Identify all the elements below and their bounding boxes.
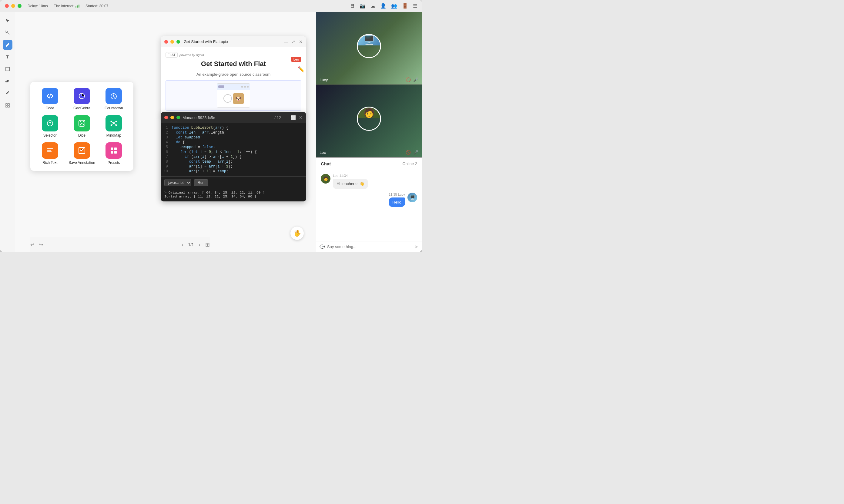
menu-icon[interactable]: ☰ — [413, 3, 417, 9]
svg-rect-0 — [6, 31, 7, 32]
leo-name: Leo — [320, 150, 326, 155]
output-line-1: > Original array: [ 64, 34, 25, 12, 22, … — [164, 191, 303, 195]
svg-point-13 — [80, 124, 81, 125]
chat-panel: Chat Online 2 🧑 Leo 11:34 Hi teacher～ 👋 — [316, 158, 422, 252]
chat-messages: 🧑 Leo 11:34 Hi teacher～ 👋 🖥️ — [316, 170, 422, 241]
main-window: Delay: 10ms The internet: Started: 30:07… — [0, 0, 422, 252]
add-slide-button[interactable]: ⊞ — [205, 241, 210, 248]
plugin-selector-label: Selector — [44, 133, 57, 138]
leo-mic-icon[interactable]: 🎤 — [413, 150, 418, 155]
cloud-icon[interactable]: ☁ — [371, 3, 375, 9]
leo-msg-bubble: Hi teacher～ 👋 — [333, 179, 368, 189]
leo-controls: 🚫 🎤 — [406, 150, 418, 155]
svg-point-15 — [81, 123, 83, 124]
chat-input-area: 💬 ➤ — [316, 241, 422, 252]
code-body: 1function bubbleSort(arr) { 2 const len … — [161, 123, 306, 176]
fullscreen-button[interactable] — [18, 4, 21, 8]
grid-tool[interactable] — [3, 101, 13, 110]
svg-point-11 — [80, 121, 81, 122]
exit-icon[interactable]: 🚪 — [402, 3, 408, 9]
svg-rect-28 — [111, 151, 113, 154]
pres-slide-title: Get Started with Flat — [166, 60, 302, 68]
titlebar: Delay: 10ms The internet: Started: 30:07… — [0, 0, 422, 12]
code-output: > Original array: [ 64, 34, 25, 12, 22, … — [161, 189, 306, 201]
lucy-msg-bubble: Hello — [389, 197, 405, 207]
svg-line-23 — [111, 123, 114, 125]
pres-min-btn[interactable] — [170, 40, 174, 43]
leo-mute-icon[interactable]: 🚫 — [406, 150, 411, 155]
plugin-countdown-label: Countdown — [105, 106, 123, 110]
select-tool[interactable] — [3, 28, 13, 38]
presentation-window: Get Started with Flat.pptx — ⤢ ✕ FLAT po… — [161, 36, 306, 116]
left-toolbar: T — [0, 12, 15, 252]
delay-label: Delay: 10ms — [28, 4, 48, 8]
plugin-countdown[interactable]: Countdown — [100, 88, 127, 110]
pres-close-btn[interactable] — [164, 40, 168, 43]
pres-resize-icon[interactable]: ⤢ — [292, 39, 295, 44]
user-icon[interactable]: 👤 — [380, 3, 386, 9]
code-max-btn[interactable] — [176, 116, 180, 119]
plugin-selector[interactable]: ? Selector — [36, 115, 63, 138]
internet-indicator: The internet: — [54, 4, 80, 8]
close-button[interactable] — [5, 4, 9, 8]
prev-page-button[interactable]: ‹ — [182, 242, 183, 248]
plugin-save-annotation[interactable]: Save Annotation — [68, 142, 95, 165]
lucy-mic-icon[interactable]: 🎤 — [413, 77, 418, 82]
hand-raise-button[interactable]: 🖐 — [290, 227, 304, 240]
code-window: Monaco-5923dc5e / 12 — ⬜ ✕ 1function bub… — [161, 112, 306, 201]
plugin-dice-label: Dice — [78, 133, 86, 138]
shape-tool[interactable] — [3, 64, 13, 74]
code-footer: javascript python java Run — [161, 176, 306, 189]
language-select[interactable]: javascript python java — [164, 179, 191, 186]
screen-share-icon[interactable]: 🖥 — [350, 3, 355, 9]
code-expand-icon[interactable]: ⬜ — [291, 115, 296, 120]
code-minimize-icon[interactable]: — — [283, 115, 288, 120]
plugin-code[interactable]: Code — [36, 88, 63, 110]
pres-max-btn[interactable] — [176, 40, 180, 43]
chat-message-leo: 🧑 Leo 11:34 Hi teacher～ 👋 — [321, 174, 417, 189]
plugin-presets-label: Presets — [108, 161, 120, 165]
pen-tool[interactable] — [3, 40, 13, 50]
pres-close-icon[interactable]: ✕ — [299, 39, 303, 44]
text-tool[interactable]: T — [3, 52, 13, 62]
plugin-richtext[interactable]: Rich Text — [36, 142, 63, 165]
code-close-icon[interactable]: ✕ — [299, 115, 303, 120]
eraser-tool[interactable] — [3, 76, 13, 86]
online-count: Online 2 — [402, 161, 417, 166]
lucy-mute-icon[interactable]: 🚫 — [406, 77, 411, 82]
svg-rect-4 — [6, 106, 7, 107]
redo-button[interactable]: ↪ — [39, 242, 43, 248]
bottom-bar: ↩ ↪ ‹ 1/1 › ⊞ — [30, 237, 210, 252]
brush-tool[interactable] — [3, 88, 13, 98]
minimize-button[interactable] — [11, 4, 15, 8]
users-icon[interactable]: 👥 — [391, 3, 397, 9]
send-button[interactable]: ➤ — [414, 244, 418, 250]
run-button[interactable]: Run — [194, 179, 208, 186]
chat-input[interactable] — [327, 245, 412, 249]
code-page: / 12 — [274, 115, 281, 120]
code-min-btn[interactable] — [170, 116, 174, 119]
pres-minimize-icon[interactable]: — — [284, 39, 288, 44]
plugin-panel: Code GeoGebra Countdown — [30, 82, 133, 171]
svg-rect-26 — [111, 147, 113, 150]
camera-icon[interactable]: 📷 — [360, 3, 366, 9]
cursor-tool[interactable] — [3, 16, 13, 25]
next-page-button[interactable]: › — [199, 242, 201, 248]
plugin-dice[interactable]: Dice — [68, 115, 95, 138]
chat-title: Chat — [321, 161, 331, 166]
lucy-name: Lucy — [320, 77, 328, 82]
main-content: T — [0, 12, 422, 252]
svg-rect-5 — [8, 106, 10, 107]
started-label: Started: 30:07 — [86, 4, 108, 8]
lucy-msg-meta: 11:35 Lucy — [389, 193, 405, 196]
avatar-lucy: 🖥️ — [357, 34, 381, 58]
avatar-leo: 🧑 — [357, 107, 381, 131]
undo-button[interactable]: ↩ — [30, 242, 34, 248]
titlebar-actions: 🖥 📷 ☁ 👤 👥 🚪 ☰ — [350, 3, 417, 9]
plugin-mindmap[interactable]: MindMap — [100, 115, 127, 138]
plugin-presets[interactable]: Presets — [100, 142, 127, 165]
plugin-geogebra[interactable]: GeoGebra — [68, 88, 95, 110]
chat-mute-icon: 💬 — [320, 245, 325, 249]
right-panel: 🖥️ Lucy 🚫 🎤 🧑 Leo 🚫 � — [316, 12, 422, 252]
code-close-btn[interactable] — [164, 116, 168, 119]
